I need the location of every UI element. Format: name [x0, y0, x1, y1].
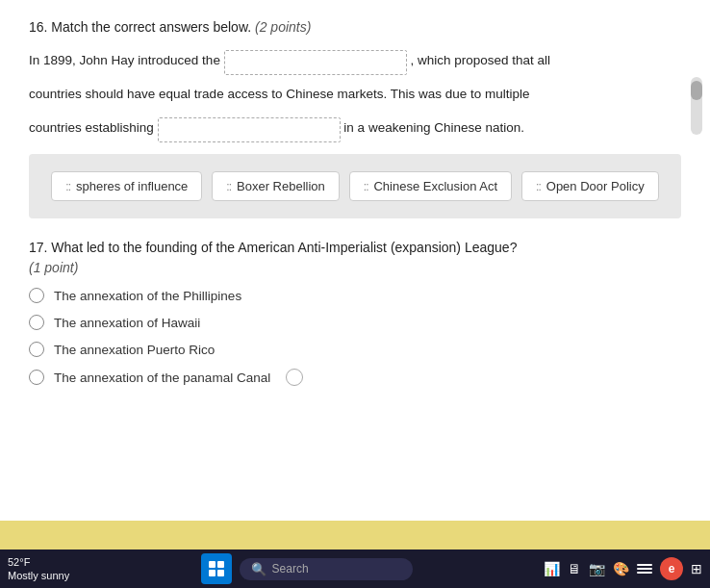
chip-opendoor[interactable]: :: Open Door Policy: [521, 171, 659, 201]
weather-temp: 52°F: [8, 555, 69, 569]
option-3[interactable]: The annexation Puerto Rico: [29, 342, 681, 357]
camera-icon[interactable]: 📷: [589, 561, 605, 576]
drag-icon-1: ::: [65, 180, 70, 193]
q16-number: 16.: [29, 19, 47, 35]
taskbar-center: 🔍: [201, 553, 413, 584]
chip-chinese[interactable]: :: Chinese Exclusion Act: [349, 171, 512, 201]
q16-points: (2 points): [255, 19, 311, 35]
radio-3[interactable]: [29, 342, 44, 357]
drop-zone-2[interactable]: [158, 117, 341, 142]
menu-icon[interactable]: [637, 564, 652, 574]
chip-opendoor-label: Open Door Policy: [546, 179, 645, 193]
q16-sentence2: countries should have equal trade access…: [29, 83, 681, 106]
chart-icon[interactable]: 📊: [544, 561, 560, 576]
chip-boxer-label: Boxer Rebellion: [237, 179, 325, 193]
chip-spheres[interactable]: :: spheres of influence: [51, 171, 202, 201]
question-16-header: 16. Match the correct answers below. (2 …: [29, 19, 681, 35]
drop-zone-1[interactable]: [224, 50, 407, 75]
q16-s2: countries should have equal trade access…: [29, 87, 530, 101]
q16-sentence3: countries establishing in a weakening Ch…: [29, 115, 681, 141]
chip-spheres-label: spheres of influence: [76, 179, 188, 193]
windows-button[interactable]: [201, 553, 232, 584]
q16-label: Match the correct answers below.: [51, 19, 251, 35]
scroll-handle[interactable]: [691, 81, 702, 100]
q16-s1-before: In 1899, John Hay introduced the: [29, 53, 220, 67]
color-icon[interactable]: 🎨: [613, 561, 629, 576]
radio-2[interactable]: [29, 315, 44, 330]
chip-boxer[interactable]: :: Boxer Rebellion: [212, 171, 339, 201]
windows-icon: [209, 561, 224, 576]
weather-desc: Mostly sunny: [8, 569, 69, 582]
radio-1[interactable]: [29, 288, 44, 303]
scrollbar[interactable]: [691, 77, 702, 135]
option-4[interactable]: The annexation of the panamal Canal: [29, 369, 681, 386]
q17-points: (1 point): [29, 258, 681, 278]
chip-chinese-label: Chinese Exclusion Act: [373, 179, 497, 193]
edge-icon[interactable]: e: [660, 557, 683, 580]
taskbar-search[interactable]: 🔍: [240, 558, 413, 580]
q16-sentence1: In 1899, John Hay introduced the , which…: [29, 48, 681, 73]
q16-s3-before: countries establishing: [29, 120, 154, 135]
drag-icon-4: ::: [536, 180, 541, 193]
taskbar-left: 52°F Mostly sunny: [8, 555, 69, 583]
option-2[interactable]: The annexation of Hawaii: [29, 315, 681, 330]
option-3-label: The annexation Puerto Rico: [54, 343, 215, 357]
taskbar-right: 📊 🖥 📷 🎨 e ⊞: [544, 557, 702, 580]
yellow-footer: [0, 521, 710, 550]
option-1-label: The annexation of the Phillipines: [54, 289, 241, 303]
main-content: 16. Match the correct answers below. (2 …: [0, 0, 710, 539]
weather-info: 52°F Mostly sunny: [8, 555, 69, 583]
drag-icon-3: ::: [364, 180, 368, 193]
taskbar: 52°F Mostly sunny 🔍 📊 🖥 📷 🎨 e ⊞: [0, 550, 710, 588]
q17-label: What led to the founding of the American…: [51, 240, 517, 255]
option-4-label: The annexation of the panamal Canal: [54, 371, 270, 385]
monitor-icon[interactable]: 🖥: [568, 561, 581, 576]
question-17-header: 17. What led to the founding of the Amer…: [29, 238, 681, 278]
radio-4[interactable]: [29, 370, 44, 385]
search-icon: 🔍: [251, 562, 266, 576]
q17-number: 17.: [29, 240, 47, 255]
answer-options-area: :: spheres of influence :: Boxer Rebelli…: [29, 154, 681, 218]
search-input[interactable]: [272, 562, 397, 575]
q16-s3-after: in a weakening Chinese nation.: [343, 120, 524, 135]
drag-icon-2: ::: [226, 180, 231, 193]
option-1[interactable]: The annexation of the Phillipines: [29, 288, 681, 303]
option-2-label: The annexation of Hawaii: [54, 316, 200, 330]
q16-s1-after: , which proposed that all: [410, 53, 550, 67]
grid-icon[interactable]: ⊞: [691, 561, 702, 576]
extra-indicator: [286, 369, 303, 386]
